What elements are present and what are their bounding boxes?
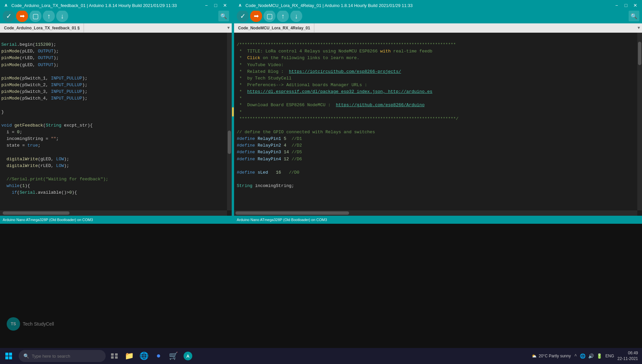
svg-rect-4 [111, 353, 114, 356]
right-tab-bar: Code_NodeMCU_Lora_RX_4Relay_01 ▼ [234, 23, 642, 33]
start-button[interactable] [0, 348, 17, 364]
taskbar-search-icon: 🔍 [23, 353, 29, 359]
left-new-button[interactable]: ▢ [29, 10, 41, 22]
right-title-bar: A Code_NodeMCU_Lora_RX_4Relay_01 | Ardui… [234, 0, 642, 11]
taskbar-date: 22-11-2021 [618, 356, 638, 362]
taskbar-store-icon[interactable]: 🛒 [166, 348, 181, 364]
task-view-icon [111, 353, 118, 359]
right-save-button[interactable]: ↓ [290, 10, 302, 22]
svg-rect-3 [9, 356, 12, 359]
taskbar-chrome-icon[interactable]: ● [151, 348, 166, 364]
watermark-logo: TS [7, 317, 20, 331]
right-status-bar: Arduino Nano ATmega328P (Old Bootloader)… [234, 216, 642, 224]
taskbar-arduino-icon[interactable]: A [181, 348, 195, 364]
left-title-bar: A Code_Arduino_Lora_TX_feedback_01 | Ard… [0, 0, 232, 11]
svg-rect-5 [115, 353, 118, 356]
taskbar-search-input[interactable] [32, 354, 92, 359]
left-open-button[interactable]: ↑ [43, 10, 55, 22]
svg-rect-1 [9, 353, 12, 356]
systray-sound-icon: 🔊 [588, 353, 594, 359]
left-code-editor[interactable]: Serial.begin(115200); pinMode(pLED, OUTP… [0, 33, 232, 216]
taskbar-pinned-icons: 📁 🌐 ● 🛒 A [122, 348, 195, 364]
left-search-button[interactable]: 🔍 [218, 11, 229, 21]
windows-icon [5, 353, 12, 359]
taskbar-language: ENG [606, 354, 614, 358]
weather-icon: ⛅ [532, 354, 537, 358]
left-status-text: Arduino Nano ATmega328P (Old Bootloader)… [3, 218, 93, 222]
left-minimize-button[interactable]: − [202, 2, 210, 9]
right-vscrollbar[interactable] [637, 33, 642, 210]
right-active-tab[interactable]: Code_NodeMCU_Lora_RX_4Relay_01 [234, 23, 314, 32]
left-upload-button[interactable]: ➡ [16, 10, 28, 22]
taskbar-search-box[interactable]: 🔍 [19, 350, 106, 362]
systray-network-icon: 🌐 [580, 353, 585, 359]
left-toolbar: ✓ ➡ ▢ ↑ ↓ 🔍 [0, 9, 232, 23]
window-divider [232, 0, 234, 224]
svg-rect-7 [115, 356, 118, 359]
left-tab-bar: Code_Arduino_Lora_TX_feedback_01 § ▼ [0, 23, 232, 33]
right-tab-arrow[interactable]: ▼ [636, 26, 642, 30]
left-window-title: Code_Arduino_Lora_TX_feedback_01 | Ardui… [11, 3, 177, 8]
left-vscrollbar[interactable] [227, 33, 232, 210]
taskbar: 🔍 📁 🌐 ● 🛒 A ⛅ 20°C Partly su [0, 348, 642, 364]
left-active-tab[interactable]: Code_Arduino_Lora_TX_feedback_01 § [0, 23, 84, 32]
taskbar-time: 06:49 [618, 350, 638, 356]
left-maximize-button[interactable]: □ [212, 2, 220, 9]
taskbar-edge-icon[interactable]: 🌐 [136, 348, 151, 364]
right-toolbar: ✓ ➡ ▢ ↑ ↓ 🔍 [234, 9, 642, 23]
left-status-bar: Arduino Nano ATmega328P (Old Bootloader)… [0, 216, 232, 224]
right-new-button[interactable]: ▢ [263, 10, 276, 22]
systray-battery-icon: 🔋 [597, 353, 602, 359]
right-status-text: Arduino Nano ATmega328P (Old Bootloader)… [237, 218, 327, 222]
task-view-button[interactable] [107, 348, 122, 364]
watermark-text: Tech StudyCell [23, 321, 54, 327]
right-hscrollbar[interactable] [234, 210, 637, 216]
left-save-button[interactable]: ↓ [56, 10, 68, 22]
right-minimize-button[interactable]: − [613, 2, 621, 9]
right-code-editor[interactable]: /***************************************… [234, 33, 642, 216]
left-code-content: Serial.begin(115200); pinMode(pLED, OUTP… [0, 33, 232, 205]
svg-rect-6 [111, 356, 114, 359]
right-search-button[interactable]: 🔍 [629, 11, 639, 21]
taskbar-explorer-icon[interactable]: 📁 [122, 348, 136, 364]
left-verify-button[interactable]: ✓ [3, 10, 15, 22]
taskbar-systray-icons: ^ 🌐 🔊 🔋 [574, 353, 602, 359]
left-tab-arrow[interactable]: ▼ [225, 26, 232, 30]
dark-area: TS Tech StudyCell [0, 224, 642, 348]
right-upload-button[interactable]: ➡ [250, 10, 262, 22]
systray-up-icon: ^ [574, 353, 577, 359]
right-code-content: /***************************************… [234, 33, 642, 198]
left-hscrollbar[interactable] [0, 210, 227, 216]
weather-text: 20°C Partly sunny [539, 354, 571, 358]
system-tray: ⛅ 20°C Partly sunny ^ 🌐 🔊 🔋 ENG 06:49 22… [532, 350, 642, 362]
svg-rect-0 [5, 353, 8, 356]
taskbar-clock[interactable]: 06:49 22-11-2021 [618, 350, 638, 362]
right-maximize-button[interactable]: □ [622, 2, 630, 9]
svg-rect-2 [5, 356, 8, 359]
divider-handle [232, 107, 234, 117]
right-arduino-logo: A [237, 2, 243, 9]
right-window-title: Code_NodeMCU_Lora_RX_4Relay_01 | Arduino… [245, 3, 413, 8]
watermark-area: TS Tech StudyCell [7, 317, 54, 331]
left-arduino-logo: A [3, 2, 9, 9]
left-close-button[interactable]: ✕ [221, 2, 229, 9]
right-verify-button[interactable]: ✓ [237, 10, 249, 22]
right-open-button[interactable]: ↑ [277, 10, 289, 22]
taskbar-weather: ⛅ 20°C Partly sunny [532, 354, 571, 358]
right-close-button[interactable]: ✕ [631, 2, 639, 9]
